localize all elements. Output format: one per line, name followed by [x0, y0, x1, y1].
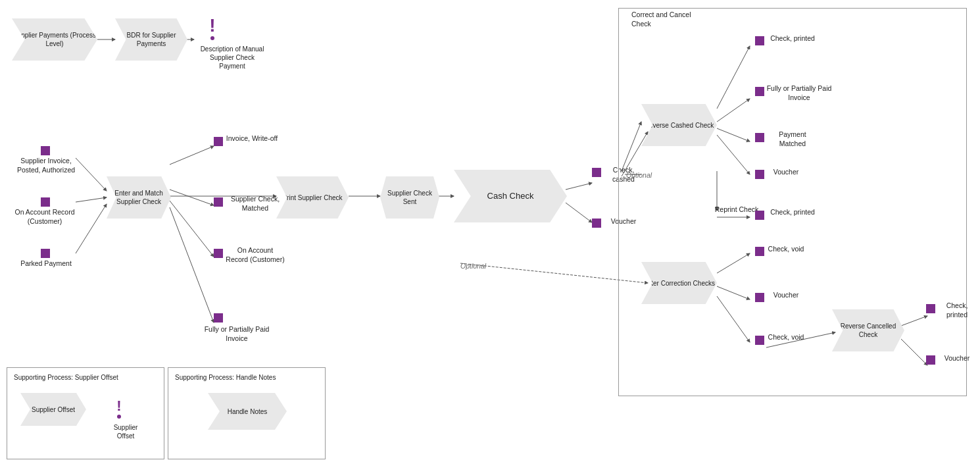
reverse-cashed-shape: Reverse Cashed Check	[641, 104, 717, 146]
bdr-shape: BDR for Supplier Payments	[115, 18, 187, 61]
supplier-offset-label: Supplier Offset	[32, 405, 75, 414]
voucher-final-label: Voucher	[937, 354, 977, 363]
parked-payment-sq	[41, 249, 50, 258]
diagram-container: Supplier Payments (Process Level) BDR fo…	[0, 0, 980, 464]
svg-line-25	[170, 201, 214, 257]
supplier-invoice-label: Supplier Invoice, Posted, Authorized	[13, 157, 79, 174]
voucher-2-label: Voucher	[766, 168, 806, 177]
enter-match-label: Enter and Match Supplier Check	[107, 189, 171, 206]
print-supplier-shape: Print Supplier Check	[276, 176, 349, 219]
support-box-supplier-offset: Supporting Process: Supplier Offset Supp…	[7, 367, 164, 459]
supplier-check-sent-label: Supplier Check Sent	[380, 189, 439, 206]
svg-line-2	[76, 158, 107, 191]
payment-matched-sq	[755, 133, 764, 142]
print-supplier-label: Print Supplier Check	[282, 193, 342, 202]
invoice-writeoff-sq	[214, 137, 223, 146]
parked-payment-label: Parked Payment	[20, 259, 72, 269]
support-box-handle-notes: Supporting Process: Handle Notes Handle …	[168, 367, 326, 459]
supplier-check-sent-shape: Supplier Check Sent	[380, 176, 439, 219]
reprint-check-label: Reprint Check	[714, 205, 760, 215]
svg-line-4	[76, 204, 107, 253]
check-printed-reprint-label: Check, printed	[766, 208, 819, 217]
svg-line-3	[76, 197, 107, 202]
check-void-1-sq	[755, 247, 764, 256]
handle-notes-shape: Handle Notes	[208, 393, 287, 430]
check-printed-top-sq	[755, 36, 764, 45]
check-printed-final-sq	[926, 304, 935, 313]
voucher-3-label: Voucher	[766, 291, 806, 300]
fully-partially-paid-2-sq	[755, 87, 764, 96]
support-box-1-title: Supporting Process: Supplier Offset	[14, 373, 170, 382]
fully-partially-paid-sq	[214, 313, 223, 322]
enter-correction-shape: Enter Correction Checks	[641, 262, 717, 304]
voucher-final-sq	[926, 355, 935, 365]
support-box-2-title: Supporting Process: Handle Notes	[175, 373, 331, 382]
enter-correction-label: Enter Correction Checks	[643, 279, 715, 288]
svg-line-26	[170, 207, 214, 322]
payment-matched-label: Payment Matched	[766, 130, 819, 148]
supplier-offset-icon: !	[111, 397, 127, 421]
svg-line-9	[566, 203, 592, 222]
supplier-payments-label: Supplier Payments (Process Level)	[12, 31, 97, 48]
check-printed-top-label: Check, printed	[766, 34, 819, 43]
description-label: Description of Manual Supplier Check Pay…	[196, 45, 268, 70]
on-account-record-out-label: On Account Record (Customer)	[226, 246, 285, 264]
check-printed-final-label: Check, printed	[937, 301, 977, 319]
voucher-3-sq	[755, 293, 764, 302]
correct-cancel-label: Correct and Cancel Check	[631, 11, 710, 28]
enter-match-shape: Enter and Match Supplier Check	[107, 176, 171, 219]
fully-partially-paid-label: Fully or Partially Paid Invoice	[204, 325, 270, 343]
bdr-label: BDR for Supplier Payments	[115, 31, 187, 48]
handle-notes-label: Handle Notes	[228, 407, 268, 416]
cash-check-label: Cash Check	[487, 191, 534, 202]
check-void-2-sq	[755, 336, 764, 345]
check-printed-reprint-sq	[755, 211, 764, 220]
cash-check-shape: Cash Check	[454, 170, 567, 222]
supplier-offset-icon-label: Supplier Offset	[106, 423, 145, 440]
description-icon: !	[203, 12, 222, 45]
svg-line-24	[170, 190, 214, 205]
reverse-cancelled-label: Reverse Cancelled Check	[832, 322, 904, 339]
reverse-cashed-label: Reverse Cashed Check	[645, 121, 714, 130]
invoice-writeoff-label: Invoice, Write-off	[226, 134, 278, 143]
voucher-main-sq	[592, 219, 601, 228]
optional-label-2: Optional	[460, 262, 486, 270]
supplier-check-matched-label: Supplier Check, Matched	[226, 195, 285, 213]
check-void-1-label: Check, void	[766, 245, 806, 254]
check-void-2-label: Check, void	[766, 333, 806, 342]
supplier-invoice-sq	[41, 146, 50, 155]
supplier-check-matched-sq	[214, 197, 223, 207]
on-account-record-in-label: On Account Record (Customer)	[12, 208, 78, 226]
reverse-cancelled-shape: Reverse Cancelled Check	[832, 309, 904, 351]
check-cashed-sq	[592, 168, 601, 177]
supplier-offset-shape: Supplier Offset	[20, 393, 86, 426]
on-account-record-in-sq	[41, 197, 50, 207]
svg-line-8	[566, 183, 592, 190]
supplier-payments-shape: Supplier Payments (Process Level)	[12, 18, 97, 61]
on-account-record-out-sq	[214, 249, 223, 258]
voucher-2-sq	[755, 170, 764, 179]
svg-line-23	[170, 146, 214, 165]
fully-partially-paid-2-label: Fully or Partially Paid Invoice	[766, 84, 832, 102]
